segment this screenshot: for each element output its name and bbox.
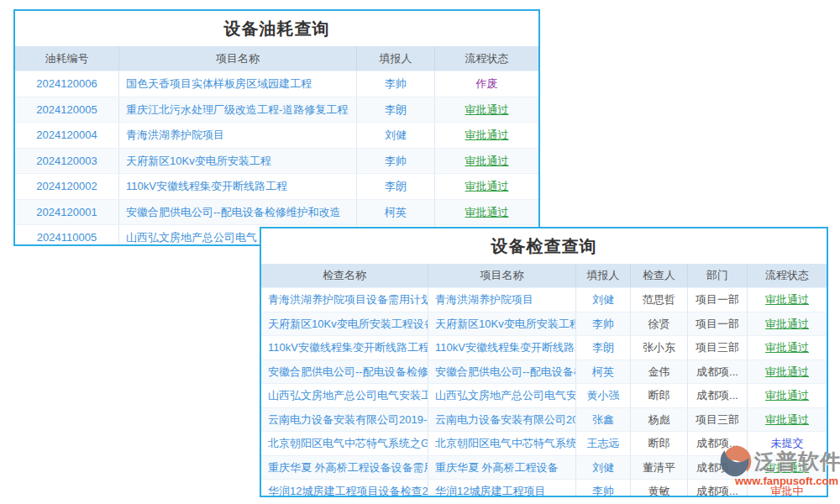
inspection-table-header: 检查名称 项目名称 填报人 检查人 部门 流程状态 bbox=[261, 264, 827, 287]
project-link[interactable]: 北京朝阳区电气中芯特气系统之 bbox=[428, 432, 576, 455]
check-name-link[interactable]: 北京朝阳区电气中芯特气系统之GIS bbox=[261, 432, 428, 455]
project-link[interactable]: 天府新区10Kv变电所安装工程 bbox=[428, 312, 576, 336]
inspection-query-title: 设备检查查询 bbox=[261, 228, 827, 264]
fuel-table-body: 2024120006国色天香项目实体样板房区域园建工程李帅作废202412000… bbox=[15, 71, 538, 246]
project-link[interactable]: 国色天香项目实体样板房区域园建工程 bbox=[119, 71, 357, 97]
fuel-id-link[interactable]: 2024110005 bbox=[15, 225, 119, 246]
fuel-query-window: 设备油耗查询 油耗编号 项目名称 填报人 流程状态 2024120006国色天香… bbox=[13, 9, 540, 246]
department-name: 项目三部 bbox=[688, 336, 748, 360]
department-name: 成都项... bbox=[688, 384, 748, 407]
column-header-reporter: 填报人 bbox=[357, 46, 435, 71]
fuel-table-header: 油耗编号 项目名称 填报人 流程状态 bbox=[15, 46, 538, 71]
inspector-name: 张小东 bbox=[631, 336, 688, 360]
reporter-link[interactable]: 张鑫 bbox=[576, 408, 631, 432]
reporter-link[interactable]: 柯英 bbox=[357, 200, 435, 225]
table-row: 2024120006国色天香项目实体样板房区域园建工程李帅作废 bbox=[15, 71, 538, 97]
table-row: 2024120004青海洪湖养护院项目刘健审批通过 bbox=[15, 122, 538, 148]
status-link[interactable]: 审批通过 bbox=[435, 123, 538, 148]
reporter-link[interactable]: 刘健 bbox=[576, 456, 631, 480]
project-link[interactable]: 华润12城房建工程项目 bbox=[428, 480, 576, 497]
reporter-link[interactable]: 李朗 bbox=[357, 174, 435, 199]
table-row: 山西弘文房地产总公司电气安装工程山西弘文房地产总公司电气安装黄小强断郎成都项..… bbox=[261, 383, 827, 407]
department-name: 成都项... bbox=[688, 360, 748, 384]
fuel-id-link[interactable]: 2024120006 bbox=[15, 71, 119, 97]
check-name-link[interactable]: 安徽合肥供电公司--配电设备检修维护 bbox=[261, 360, 428, 384]
status-link[interactable]: 审批通过 bbox=[435, 200, 538, 225]
inspector-name: 范思哲 bbox=[631, 288, 688, 312]
fuel-id-link[interactable]: 2024120005 bbox=[15, 97, 119, 123]
project-link[interactable]: 110kV安徽线程集变开断线路工程 bbox=[428, 336, 576, 360]
table-row: 110kV安徽线程集变开断线路工程设备110kV安徽线程集变开断线路工程李朗张小… bbox=[261, 335, 827, 360]
inspector-name: 黄敏 bbox=[631, 480, 688, 497]
table-row: 2024120002110kV安徽线程集变开断线路工程李朗审批通过 bbox=[15, 173, 538, 199]
project-link[interactable]: 重庆江北污水处理厂级改造工程-道路修复工程 bbox=[119, 97, 357, 123]
reporter-link[interactable]: 刘健 bbox=[357, 123, 435, 148]
project-link[interactable]: 安徽合肥供电公司--配电设备检修 bbox=[428, 360, 576, 384]
table-row: 2024120003天府新区10Kv变电所安装工程李帅审批通过 bbox=[15, 148, 538, 174]
check-name-link[interactable]: 重庆华夏 外高桥工程设备设备需用计划 bbox=[261, 456, 428, 480]
reporter-link[interactable]: 柯英 bbox=[576, 360, 631, 384]
table-row: 青海洪湖养护院项目设备需用计划青海洪湖养护院项目刘健范思哲项目一部审批通过 bbox=[261, 287, 827, 312]
inspector-name: 断郎 bbox=[631, 432, 688, 455]
project-link[interactable]: 山西弘文房地产总公司电气安装 bbox=[428, 384, 576, 407]
status-link[interactable]: 审批通过 bbox=[748, 384, 827, 407]
reporter-link[interactable]: 王志远 bbox=[576, 432, 631, 455]
department-name: 项目一部 bbox=[688, 288, 748, 312]
reporter-link[interactable]: 刘健 bbox=[576, 288, 631, 312]
inspector-name: 金伟 bbox=[631, 360, 688, 384]
watermark-brand: 泛普软件 bbox=[754, 448, 840, 475]
status-link[interactable]: 审批通过 bbox=[435, 174, 538, 199]
reporter-link[interactable]: 李朗 bbox=[357, 97, 435, 123]
column-header-inspector: 检查人 bbox=[631, 264, 688, 287]
check-name-link[interactable]: 天府新区10Kv变电所安装工程设备 bbox=[261, 312, 428, 336]
status-link[interactable]: 审批通过 bbox=[748, 312, 827, 336]
inspector-name: 杨彪 bbox=[631, 408, 688, 432]
table-row: 安徽合肥供电公司--配电设备检修维护安徽合肥供电公司--配电设备检修柯英金伟成都… bbox=[261, 360, 827, 384]
reporter-link[interactable]: 李帅 bbox=[357, 71, 435, 97]
status-link[interactable]: 审批通过 bbox=[435, 97, 538, 123]
fuel-query-title: 设备油耗查询 bbox=[15, 11, 538, 46]
fanpu-watermark: 泛普软件 www.fanpusoft.com bbox=[719, 444, 838, 487]
column-header-status: 流程状态 bbox=[748, 264, 827, 287]
project-link[interactable]: 安徽合肥供电公司--配电设备检修维护和改造 bbox=[119, 200, 357, 225]
project-link[interactable]: 青海洪湖养护院项目 bbox=[428, 288, 576, 312]
project-link[interactable]: 天府新区10Kv变电所安装工程 bbox=[119, 149, 357, 174]
fuel-id-link[interactable]: 2024120004 bbox=[15, 123, 119, 148]
inspector-name: 徐贤 bbox=[631, 312, 688, 336]
status-link[interactable]: 审批通过 bbox=[748, 288, 827, 312]
check-name-link[interactable]: 青海洪湖养护院项目设备需用计划 bbox=[261, 288, 428, 312]
column-header-department: 部门 bbox=[688, 264, 748, 287]
project-link[interactable]: 云南电力设备安装有限公司2019 bbox=[428, 408, 576, 432]
check-name-link[interactable]: 华润12城房建工程项目设备检查2 bbox=[261, 480, 428, 497]
reporter-link[interactable]: 黄小强 bbox=[576, 384, 631, 407]
reporter-link[interactable]: 李帅 bbox=[357, 149, 435, 174]
inspector-name: 断郎 bbox=[631, 384, 688, 407]
status-link[interactable]: 审批通过 bbox=[748, 408, 827, 432]
reporter-link[interactable]: 李帅 bbox=[576, 480, 631, 497]
fuel-id-link[interactable]: 2024120002 bbox=[15, 174, 119, 199]
status-link[interactable]: 审批通过 bbox=[435, 149, 538, 174]
check-name-link[interactable]: 云南电力设备安装有限公司2019--设备 bbox=[261, 408, 428, 432]
column-header-project: 项目名称 bbox=[428, 264, 576, 287]
table-row: 2024120001安徽合肥供电公司--配电设备检修维护和改造柯英审批通过 bbox=[15, 199, 538, 225]
table-row: 2024120005重庆江北污水处理厂级改造工程-道路修复工程李朗审批通过 bbox=[15, 97, 538, 123]
fuel-id-link[interactable]: 2024120001 bbox=[15, 200, 119, 225]
check-name-link[interactable]: 山西弘文房地产总公司电气安装工程 bbox=[261, 384, 428, 407]
column-header-project: 项目名称 bbox=[119, 46, 357, 71]
fanpu-logo-icon bbox=[719, 444, 753, 479]
table-row: 云南电力设备安装有限公司2019--设备云南电力设备安装有限公司2019张鑫杨彪… bbox=[261, 407, 827, 432]
project-link[interactable]: 青海洪湖养护院项目 bbox=[119, 123, 357, 148]
column-header-status: 流程状态 bbox=[435, 46, 538, 71]
fuel-id-link[interactable]: 2024120003 bbox=[15, 149, 119, 174]
project-link[interactable]: 重庆华夏 外高桥工程设备 bbox=[428, 456, 576, 480]
reporter-link[interactable]: 李帅 bbox=[576, 312, 631, 336]
status-link[interactable]: 审批通过 bbox=[748, 360, 827, 384]
project-link[interactable]: 110kV安徽线程集变开断线路工程 bbox=[119, 174, 357, 199]
inspector-name: 董清平 bbox=[631, 456, 688, 480]
status-link[interactable]: 作废 bbox=[435, 71, 538, 97]
check-name-link[interactable]: 110kV安徽线程集变开断线路工程设备 bbox=[261, 336, 428, 360]
column-header-reporter: 填报人 bbox=[576, 264, 631, 287]
department-name: 项目一部 bbox=[688, 312, 748, 336]
reporter-link[interactable]: 李朗 bbox=[576, 336, 631, 360]
status-link[interactable]: 审批通过 bbox=[748, 336, 827, 360]
